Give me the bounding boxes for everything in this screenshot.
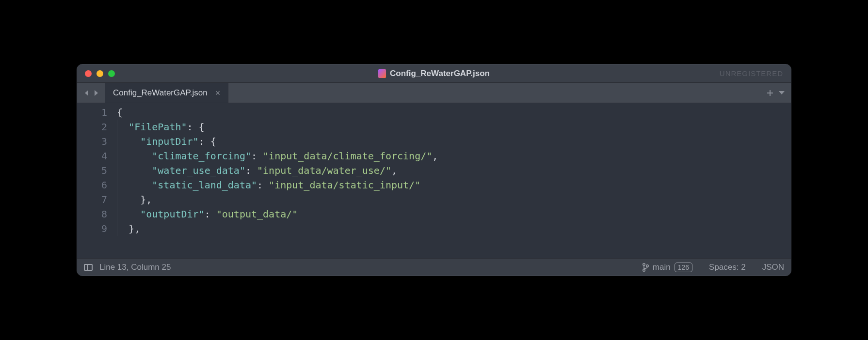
tabbar-spacer[interactable] <box>228 83 761 103</box>
line-number[interactable]: 5 <box>77 163 107 178</box>
window-title-text: Config_ReWaterGAP.json <box>390 69 490 78</box>
nav-back-button[interactable] <box>82 89 91 97</box>
titlebar[interactable]: Config_ReWaterGAP.json UNREGISTERED <box>77 64 791 83</box>
file-icon <box>378 69 386 78</box>
line-number[interactable]: 4 <box>77 149 107 163</box>
unregistered-label: UNREGISTERED <box>720 69 783 77</box>
code-line[interactable]: }, <box>117 221 791 236</box>
cursor-position[interactable]: Line 13, Column 25 <box>99 263 171 272</box>
indentation-status[interactable]: Spaces: 2 <box>709 263 746 272</box>
code-content[interactable]: { "FilePath": { "inputDir": { "climate_f… <box>117 105 791 258</box>
code-line[interactable]: "climate_forcing": "input_data/climate_f… <box>117 149 791 163</box>
line-number[interactable]: 7 <box>77 192 107 207</box>
code-line[interactable]: { <box>117 105 791 120</box>
minimize-window-button[interactable] <box>96 70 103 77</box>
line-number[interactable]: 6 <box>77 178 107 192</box>
tab-active[interactable]: Config_ReWaterGAP.json × <box>105 83 228 103</box>
nav-forward-button[interactable] <box>92 89 100 97</box>
editor-area[interactable]: 123456789 { "FilePath": { "inputDir": { … <box>77 103 791 258</box>
window-title: Config_ReWaterGAP.json <box>378 69 490 78</box>
line-number-gutter[interactable]: 123456789 <box>77 105 117 258</box>
status-right: main 126 Spaces: 2 JSON <box>642 263 784 272</box>
statusbar: Line 13, Column 25 main 126 Spaces: 2 JS… <box>77 258 791 276</box>
line-number[interactable]: 9 <box>77 221 107 236</box>
code-line[interactable]: "static_land_data": "input_data/static_i… <box>117 178 791 192</box>
maximize-window-button[interactable] <box>108 70 115 77</box>
code-line[interactable]: "inputDir": { <box>117 134 791 149</box>
git-branch[interactable]: main 126 <box>642 263 692 272</box>
new-tab-button[interactable] <box>767 90 773 96</box>
tabbar-actions <box>761 83 791 103</box>
syntax-status[interactable]: JSON <box>762 263 784 272</box>
svg-point-1 <box>643 269 645 271</box>
panel-toggle-icon[interactable] <box>84 264 93 271</box>
line-number[interactable]: 8 <box>77 207 107 221</box>
close-window-button[interactable] <box>85 70 92 77</box>
code-line[interactable]: }, <box>117 192 791 207</box>
code-line[interactable]: "FilePath": { <box>117 120 791 134</box>
tab-dropdown-button[interactable] <box>778 91 785 95</box>
line-number[interactable]: 1 <box>77 105 107 120</box>
tabbar: Config_ReWaterGAP.json × <box>77 83 791 103</box>
tab-label: Config_ReWaterGAP.json <box>113 88 208 98</box>
tab-close-button[interactable]: × <box>215 89 221 97</box>
branch-count: 126 <box>675 263 692 272</box>
traffic-lights <box>85 70 115 77</box>
svg-point-2 <box>646 264 648 266</box>
status-left: Line 13, Column 25 <box>84 263 171 272</box>
line-number[interactable]: 2 <box>77 120 107 134</box>
nav-arrows <box>77 83 105 103</box>
branch-name: main <box>653 263 671 272</box>
code-line[interactable]: "outputDir": "output_data/" <box>117 207 791 221</box>
editor-window: Config_ReWaterGAP.json UNREGISTERED Conf… <box>77 64 791 276</box>
svg-point-0 <box>643 263 645 265</box>
line-number[interactable]: 3 <box>77 134 107 149</box>
branch-icon <box>642 263 649 272</box>
code-line[interactable]: "water_use_data": "input_data/water_use/… <box>117 163 791 178</box>
